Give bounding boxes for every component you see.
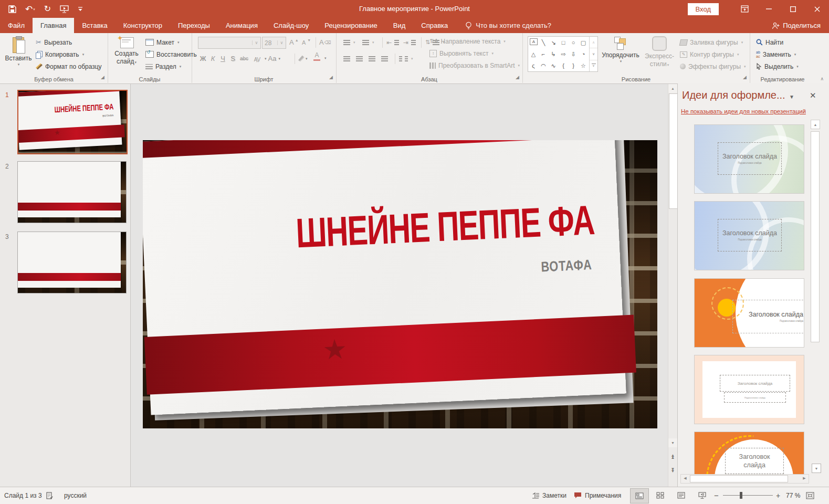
tab-transitions[interactable]: Переходы [170,18,218,33]
shape-oval-icon[interactable]: ○ [569,37,578,48]
shapes-scroll-down-icon[interactable]: ∨ [590,48,597,59]
align-left-button[interactable] [343,53,350,64]
slide-sorter-view-button[interactable] [651,488,669,502]
highlight-color-button[interactable]: ▾ [298,53,308,64]
zoom-in-button[interactable]: + [776,487,780,503]
shape-arrow-icon[interactable]: ↘ [549,37,558,48]
scrollbar-thumb[interactable] [669,93,678,209]
slide-canvas[interactable]: ШНЕЙНЕ ПЕППЕ ФА ВОТАФА ★ [143,140,657,428]
next-slide-button[interactable]: ▼▼ [668,466,677,475]
spell-check-icon[interactable] [46,487,54,503]
zoom-slider-thumb[interactable] [740,492,742,499]
increase-indent-button[interactable]: ⇥ [403,37,416,48]
shape-effects-button[interactable]: Эффекты фигуры▾ [680,61,746,72]
layout-button[interactable]: Макет ▾ [145,37,179,48]
grow-font-button[interactable]: A▲ [289,37,299,48]
new-slide-button[interactable]: ✦ Создать слайд▾ [112,36,141,66]
tab-view[interactable]: Вид [385,18,414,33]
shape-outline-button[interactable]: ✎ Контур фигуры▾ [680,49,739,60]
align-text-button[interactable]: ↕ Выровнять текст▾ [429,48,494,59]
shape-fill-button[interactable]: Заливка фигуры▾ [680,37,743,48]
slideshow-view-button[interactable] [693,488,711,502]
slide-counter[interactable]: Слайд 1 из 3 [4,487,42,503]
panel-options-caret-icon[interactable]: ▼ [789,94,794,100]
previous-slide-button[interactable]: ▲▲ [668,452,677,461]
slide-thumbnail-3[interactable] [17,232,127,293]
panel-vertical-scrollbar[interactable]: ▲ [811,120,820,440]
tab-insert[interactable]: Вставка [74,18,115,33]
slide-subtitle-text[interactable]: ВОТАФА [466,257,592,279]
tab-help[interactable]: Справка [413,18,456,33]
minimize-icon[interactable] [757,0,781,18]
shape-line-icon[interactable]: ╲ [539,37,548,48]
align-center-button[interactable] [356,53,363,64]
tab-design[interactable]: Конструктор [116,18,170,33]
panel-scrollbar-thumb[interactable] [811,131,820,342]
drawing-dialog-launcher-icon[interactable]: ◢ [741,74,748,81]
align-right-button[interactable] [369,53,375,64]
cut-button[interactable]: ✂ Вырезать [36,37,72,48]
main-vertical-scrollbar[interactable]: ▲ ▼ ▲▲ ▼▼ [668,84,677,487]
customize-quick-access-icon[interactable] [78,7,83,12]
slide-editing-area[interactable]: ШНЕЙНЕ ПЕППЕ ФА ВОТАФА ★ [131,84,668,487]
font-size-combo[interactable]: 28∨ [262,37,286,49]
slide-thumbnail-2[interactable] [17,161,127,223]
design-idea-2[interactable]: Заголовок слайда Подзаголовок слайда [694,201,804,270]
bold-button[interactable]: Ж [198,55,208,62]
redo-icon[interactable]: ↻ [44,5,51,13]
font-name-combo[interactable]: ∨ [198,37,261,49]
slide-thumbnail-1[interactable]: ШНЕЙНЕ ПЕППЕ ФА ВОТАФА ★ [17,90,128,154]
paragraph-dialog-launcher-icon[interactable]: ◢ [514,74,521,81]
tab-review[interactable]: Рецензирование [317,18,385,33]
normal-view-button[interactable] [630,488,649,503]
shape-elbow-connector-icon[interactable]: ⌐ [539,49,548,59]
quick-styles-button[interactable]: Экспресс- стили▾ [642,36,677,68]
strikethrough-button[interactable]: abc [238,56,250,61]
ribbon-display-options-icon[interactable] [732,0,757,18]
bullets-button[interactable]: ▾ [343,37,355,48]
maximize-icon[interactable] [781,0,805,18]
clipboard-dialog-launcher-icon[interactable]: ◢ [99,74,106,81]
design-idea-4[interactable]: Заголовок слайда Подзаголовок слайда [694,355,804,424]
zoom-out-button[interactable]: − [714,487,719,503]
share-button[interactable]: Поделиться [772,18,829,33]
reset-button[interactable]: ↺ Восстановить [145,49,197,60]
shape-left-brace-icon[interactable]: { [559,60,568,71]
tell-me-box[interactable]: Что вы хотите сделать? [465,18,551,33]
collapse-ribbon-icon[interactable]: ∧ [820,76,824,81]
justify-button[interactable] [381,53,388,64]
font-color-button[interactable]: А [313,52,320,63]
format-painter-button[interactable]: Формат по образцу [36,61,102,72]
shape-arc-icon[interactable]: ◠ [539,60,548,71]
fit-slide-to-window-icon[interactable] [806,487,814,503]
tab-file[interactable]: Файл [0,18,33,33]
panel-horizontal-scrollbar[interactable]: ◀ ▶ [680,474,809,484]
text-shadow-button[interactable]: S [228,55,238,62]
shape-scribble-icon[interactable]: ς [529,60,538,71]
panel-scroll-up-icon[interactable]: ▲ [811,120,820,129]
save-icon[interactable] [8,5,16,13]
shape-curve-icon[interactable]: ∿ [549,60,558,71]
change-case-button[interactable]: Aa [267,55,278,62]
character-spacing-button[interactable]: AV↔ [250,55,264,62]
tab-slideshow[interactable]: Слайд-шоу [266,18,317,33]
shape-right-brace-icon[interactable]: } [569,60,578,71]
reading-view-button[interactable] [672,488,690,502]
tab-animations[interactable]: Анимация [218,18,266,33]
design-idea-1[interactable]: Заголовок слайда Подзаголовок слайда [694,124,804,194]
shape-right-arrow-icon[interactable]: ⇨ [559,49,568,59]
copy-button[interactable]: Копировать ▾ [36,49,84,60]
shape-rounded-rectangle-icon[interactable]: ▢ [579,37,588,48]
decrease-indent-button[interactable]: ⇤ [386,37,399,48]
notes-button[interactable]: Заметки [532,487,566,503]
shapes-more-icon[interactable]: ∨ [590,60,597,71]
start-slideshow-icon[interactable] [60,5,69,13]
close-icon[interactable] [805,0,829,18]
font-name-dropdown-icon[interactable]: ∨ [252,40,260,45]
text-direction-button[interactable]: ⇅A Направление текста▾ [429,36,506,47]
comments-button[interactable]: Примечания [574,487,621,503]
panel-scroll-left-icon[interactable]: ◀ [681,475,689,482]
shrink-font-button[interactable]: A▼ [302,37,311,48]
tab-home[interactable]: Главная [33,18,74,33]
shape-triangle-icon[interactable]: △ [529,49,538,59]
